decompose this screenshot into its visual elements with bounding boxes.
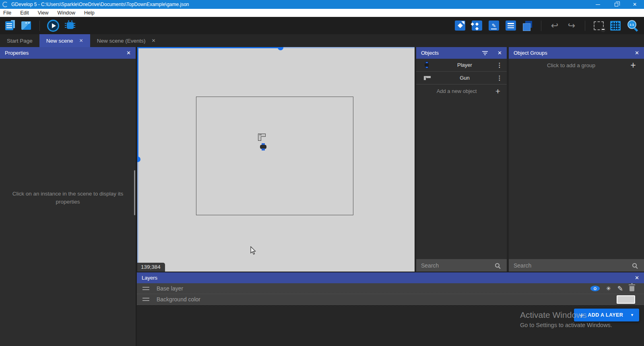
restore-icon <box>615 3 618 6</box>
close-icon[interactable]: ✕ <box>126 50 131 56</box>
filter-icon[interactable] <box>482 51 488 55</box>
tab-new-scene-events[interactable]: New scene (Events) ✕ <box>90 34 163 47</box>
layer-name: Base layer <box>157 285 183 292</box>
vertical-scrollbar[interactable] <box>137 47 138 157</box>
debug-icon[interactable] <box>64 20 76 32</box>
add-layer-label: ADD A LAYER <box>588 312 623 318</box>
minimize-icon <box>596 4 600 5</box>
events-sheet-icon[interactable] <box>3 20 15 32</box>
gdevelop-window: GDevelop 5 - C:\Users\Sparkle\OneDrive\D… <box>0 0 644 346</box>
add-object-label: Add a new object <box>420 88 493 94</box>
scene-editor-icon[interactable] <box>20 20 32 32</box>
gun-sprite-icon <box>423 76 430 80</box>
vertical-scrollbar-thumb[interactable] <box>137 157 140 162</box>
deselect-area-icon[interactable] <box>592 20 605 32</box>
player-instance[interactable] <box>260 143 266 152</box>
drag-handle-icon[interactable] <box>142 287 149 290</box>
tab-close-icon[interactable]: ✕ <box>151 38 155 43</box>
layer-row-base[interactable]: Base layer ✳ ✎ <box>137 283 644 294</box>
close-button[interactable]: ✕ <box>625 0 644 9</box>
panel-title: Object Groups <box>514 50 547 56</box>
add-group-button[interactable]: Click to add a group + <box>509 59 644 72</box>
groups-search-input[interactable] <box>514 262 632 269</box>
object-row-gun[interactable]: Gun ⋮ <box>416 72 507 84</box>
properties-panel-header: Properties ✕ <box>0 47 136 59</box>
gun-instance[interactable] <box>258 134 266 141</box>
object-groups-panel-header: Object Groups ✕ <box>509 47 644 59</box>
close-icon: ✕ <box>633 2 637 7</box>
search-icon <box>495 263 500 268</box>
close-icon[interactable]: ✕ <box>635 275 639 281</box>
restore-button[interactable] <box>607 0 625 9</box>
scene-canvas[interactable]: 139;384 <box>137 47 415 272</box>
watermark-line2: Go to Settings to activate Windows. <box>520 322 612 328</box>
undo-icon[interactable]: ↩ <box>549 20 561 32</box>
horizontal-scrollbar-thumb[interactable] <box>278 47 283 50</box>
properties-panel: Properties ✕ Click on an instance in the… <box>0 47 136 346</box>
cursor-coordinates-badge: 139;384 <box>137 263 165 272</box>
minimize-button[interactable] <box>588 0 607 9</box>
zoom-1-1-icon[interactable]: 1:1 <box>626 20 638 32</box>
objects-list-icon[interactable] <box>454 20 466 32</box>
menu-edit[interactable]: Edit <box>16 10 33 16</box>
add-group-label: Click to add a group <box>514 62 628 68</box>
panel-title: Properties <box>5 50 29 56</box>
close-icon[interactable]: ✕ <box>497 50 502 56</box>
drag-handle-icon[interactable] <box>142 298 149 301</box>
horizontal-scrollbar[interactable] <box>137 47 278 48</box>
objects-search-bar <box>416 259 507 272</box>
scene-window-bounds <box>196 97 353 215</box>
search-icon <box>632 263 637 268</box>
object-row-player[interactable]: Player ⋮ <box>416 59 507 72</box>
background-color-swatch[interactable] <box>617 295 635 304</box>
menu-window[interactable]: Window <box>53 10 80 16</box>
main-area: Properties ✕ Click on an instance in the… <box>0 47 644 346</box>
pencil-icon[interactable]: ✎ <box>617 285 623 292</box>
tab-close-icon[interactable]: ✕ <box>79 38 83 43</box>
tab-label: New scene (Events) <box>97 38 146 44</box>
close-icon[interactable]: ✕ <box>635 50 639 56</box>
add-object-button[interactable]: Add a new object + <box>416 84 507 98</box>
menu-file[interactable]: File <box>3 10 16 16</box>
tab-label: New scene <box>46 38 73 44</box>
player-sprite-icon <box>425 62 429 68</box>
redo-icon[interactable]: ↪ <box>566 20 578 32</box>
gdevelop-logo-icon <box>2 2 8 7</box>
window-controls: ✕ <box>588 0 644 9</box>
plus-icon: + <box>628 61 638 70</box>
groups-search-bar <box>509 259 644 272</box>
effects-flare-icon[interactable]: ✳ <box>606 286 611 291</box>
plus-icon: + <box>493 87 503 95</box>
menu-view[interactable]: View <box>33 10 53 16</box>
properties-empty-message: Click on an instance in the scene to dis… <box>7 190 128 206</box>
object-groups-icon[interactable] <box>471 20 483 32</box>
horizontal-scrollbar[interactable] <box>283 47 415 48</box>
instances-list-icon[interactable] <box>505 20 517 32</box>
properties-scrollbar[interactable] <box>134 170 135 215</box>
play-button[interactable] <box>47 20 59 32</box>
object-groups-panel: Object Groups ✕ Click to add a group + <box>509 47 644 272</box>
menu-bar: File Edit View Window Help <box>0 9 644 17</box>
layer-name: Background color <box>157 296 200 303</box>
panel-title: Objects <box>421 50 439 56</box>
layers-panel-header: Layers ✕ <box>137 272 644 283</box>
chevron-down-icon[interactable]: ▼ <box>630 313 634 317</box>
kebab-menu-icon[interactable]: ⋮ <box>495 74 504 82</box>
add-layer-button[interactable]: + ADD A LAYER ▼ <box>574 309 639 321</box>
eye-icon[interactable] <box>590 286 600 291</box>
toolbar-separator <box>541 21 541 31</box>
layer-row-background-color[interactable]: Background color <box>137 294 644 305</box>
layers-toolbar-icon[interactable] <box>522 20 534 32</box>
menu-help[interactable]: Help <box>80 10 99 16</box>
trash-icon[interactable] <box>630 286 634 291</box>
tab-new-scene[interactable]: New scene ✕ <box>39 34 90 47</box>
properties-pencil-icon[interactable]: ✎ <box>488 20 500 32</box>
objects-panel: Objects ✕ Player ⋮ Gun ⋮ Add a new objec… <box>416 47 507 272</box>
window-title: GDevelop 5 - C:\Users\Sparkle\OneDrive\D… <box>11 2 189 7</box>
tab-start-page[interactable]: Start Page <box>0 34 39 47</box>
kebab-menu-icon[interactable]: ⋮ <box>495 62 504 69</box>
grid-icon[interactable] <box>609 20 621 32</box>
objects-search-input[interactable] <box>421 262 495 269</box>
plus-icon: + <box>579 311 584 319</box>
vertical-scrollbar[interactable] <box>137 162 138 272</box>
